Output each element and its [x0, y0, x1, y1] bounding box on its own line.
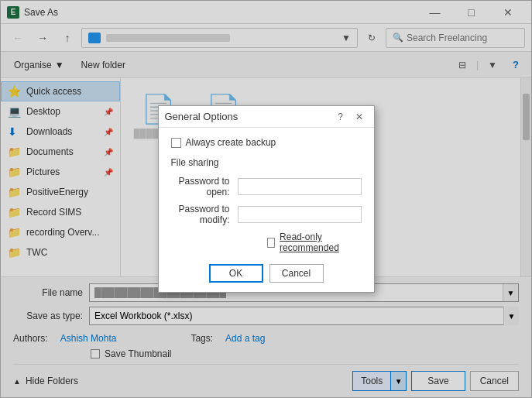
readonly-label: Read-only recommended [280, 232, 361, 253]
readonly-checkbox[interactable] [267, 238, 276, 248]
modal-cancel-button[interactable]: Cancel [269, 264, 324, 283]
password-modify-label: Password to modify: [171, 204, 235, 225]
always-backup-label: Always create backup [186, 137, 276, 148]
password-modify-row: Password to modify: [171, 204, 362, 225]
always-backup-row: Always create backup [171, 137, 362, 148]
modal-actions: OK Cancel [171, 261, 362, 283]
modal-help-button[interactable]: ? [332, 108, 349, 125]
modal-content: Always create backup File sharing Passwo… [159, 128, 374, 292]
modal-title-bar: General Options ? ✕ [159, 106, 374, 128]
modal-title-buttons: ? ✕ [332, 108, 368, 125]
general-options-dialog: General Options ? ✕ Always create backup… [158, 105, 375, 293]
readonly-row: Read-only recommended [267, 232, 362, 253]
modal-ok-button[interactable]: OK [209, 264, 263, 283]
modal-overlay: General Options ? ✕ Always create backup… [1, 1, 531, 397]
password-open-row: Password to open: [171, 176, 362, 197]
modal-close-button[interactable]: ✕ [351, 108, 368, 125]
password-open-input[interactable] [238, 178, 362, 195]
always-backup-checkbox[interactable] [171, 138, 181, 148]
password-modify-input[interactable] [238, 206, 362, 223]
modal-title: General Options [165, 111, 239, 122]
password-open-label: Password to open: [171, 176, 235, 197]
file-sharing-title: File sharing [171, 157, 362, 168]
save-as-window: E Save As — □ ✕ ← → ↑ ▼ ↻ 🔍 Organise [0, 0, 532, 398]
